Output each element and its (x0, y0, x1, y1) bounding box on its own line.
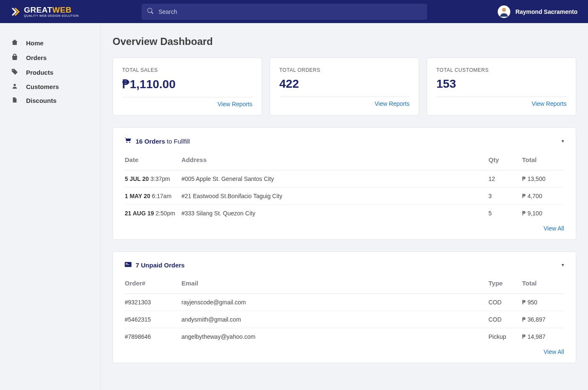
svg-rect-5 (126, 263, 128, 264)
orders-count: 16 Orders (136, 138, 165, 145)
sidebar-item-label: Discounts (26, 97, 57, 104)
cell-email: andysmith@gmail.com (181, 311, 488, 328)
svg-point-0 (502, 8, 506, 11)
cell-total: ₱ 36,897 (522, 311, 564, 328)
bag-icon (11, 54, 18, 62)
page-title: Overview Dashboard (113, 36, 576, 47)
orders-to-fulfill-panel: 16 Orders to Fullfill ▾ Date Address Qty… (113, 127, 576, 240)
svg-point-2 (126, 142, 128, 143)
sidebar-item-orders[interactable]: Orders (0, 50, 100, 65)
card-total-sales: TOTAL SALES ₱1,110.00 View Reports (113, 58, 262, 115)
brand-name-2: WEB (52, 5, 72, 14)
cell-total: ₱ 14,987 (522, 328, 564, 346)
cell-order: #5462315 (125, 311, 181, 328)
th-qty: Qty (488, 153, 522, 170)
unpaid-orders-panel: 7 Unpaid Orders ▾ Order# Email Type Tota… (113, 251, 576, 363)
money-check-icon (125, 261, 131, 269)
card-view-reports-link[interactable]: View Reports (279, 100, 410, 107)
svg-rect-6 (126, 264, 129, 265)
table-row[interactable]: 1 MAY 20 6:17am #21 Eastwood St.Bonifaci… (125, 188, 564, 205)
home-icon (11, 39, 18, 47)
cell-email: angelbytheway@yahoo.com (181, 328, 488, 346)
topbar: GREATWEB QUALITY WEB DESIGN SOLUTION Ray… (0, 0, 588, 23)
cart-icon (125, 137, 131, 145)
cell-date-time: 3:37pm (149, 175, 170, 182)
chevron-down-icon[interactable]: ▾ (562, 138, 564, 144)
cell-address: #21 Eastwood St.Bonifacio Taguig City (181, 188, 488, 205)
card-total-orders: TOTAL ORDERS 422 View Reports (270, 58, 419, 115)
orders-table: Date Address Qty Total 5 JUL 20 3:37pm #… (125, 153, 564, 222)
svg-point-3 (129, 142, 131, 143)
cell-total: ₱ 9,100 (522, 205, 564, 222)
cell-total: ₱ 4,700 (522, 188, 564, 205)
cell-date-time: 6:17am (150, 193, 172, 199)
card-value: 153 (436, 77, 567, 91)
card-view-reports-link[interactable]: View Reports (436, 100, 567, 107)
brand-tagline: QUALITY WEB DESIGN SOLUTION (24, 14, 79, 17)
cell-order: #9321303 (125, 294, 181, 311)
sidebar-item-label: Orders (26, 54, 47, 61)
tag-icon (11, 68, 18, 76)
card-value: 422 (279, 77, 410, 91)
sidebar-item-label: Home (26, 39, 44, 47)
chevron-down-icon[interactable]: ▾ (562, 262, 564, 268)
cell-email: rayjenscode@gmail.com (181, 294, 488, 311)
svg-point-1 (13, 84, 16, 86)
search-input[interactable] (153, 8, 421, 15)
search-input-wrapper[interactable] (142, 4, 427, 20)
sidebar: Home Orders Products Customers Discounts (0, 23, 101, 390)
view-all-link[interactable]: View All (125, 225, 564, 232)
sidebar-item-products[interactable]: Products (0, 65, 100, 80)
card-value: ₱1,110.00 (122, 77, 252, 91)
sidebar-item-discounts[interactable]: Discounts (0, 94, 100, 107)
unpaid-title: 7 Unpaid Orders (136, 262, 185, 269)
sidebar-item-label: Products (26, 69, 53, 76)
sidebar-item-label: Customers (26, 83, 59, 90)
card-total-customers: TOTAL CUSTOMERS 153 View Reports (427, 58, 576, 115)
th-email: Email (181, 276, 488, 294)
card-view-reports-link[interactable]: View Reports (122, 101, 252, 107)
cell-type: Pickup (488, 328, 522, 346)
table-row[interactable]: 21 AUG 19 2:50pm #333 Silang St. Quezon … (125, 205, 564, 222)
brand-text: GREATWEB QUALITY WEB DESIGN SOLUTION (24, 6, 79, 17)
card-label: TOTAL SALES (122, 67, 252, 73)
sidebar-item-home[interactable]: Home (0, 36, 100, 50)
cell-qty: 12 (488, 170, 522, 188)
search-icon (147, 8, 153, 16)
user-icon (11, 83, 18, 90)
cell-type: COD (488, 311, 522, 328)
brand-logo[interactable]: GREATWEB QUALITY WEB DESIGN SOLUTION (10, 6, 79, 17)
th-type: Type (488, 276, 522, 294)
user-menu[interactable]: Raymond Sacramento (498, 5, 578, 18)
unpaid-table: Order# Email Type Total #9321303 rayjens… (125, 276, 564, 345)
cell-address: #333 Silang St. Quezon City (181, 205, 488, 222)
orders-suffix: to Fullfill (167, 138, 190, 145)
cell-total: ₱ 950 (522, 294, 564, 311)
table-row[interactable]: 5 JUL 20 3:37pm #005 Apple St. General S… (125, 170, 564, 188)
cell-date-bold: 21 AUG 19 (125, 210, 154, 217)
th-date: Date (125, 153, 181, 170)
cell-qty: 3 (488, 188, 522, 205)
chevron-logo-icon (10, 6, 21, 17)
cell-qty: 5 (488, 205, 522, 222)
table-row[interactable]: #9321303 rayjenscode@gmail.com COD ₱ 950 (125, 294, 564, 311)
th-order: Order# (125, 276, 181, 294)
cell-address: #005 Apple St. General Santos City (181, 170, 488, 188)
brand-name-1: GREAT (24, 5, 52, 14)
file-icon (11, 97, 18, 104)
cell-order: #7898646 (125, 328, 181, 346)
cell-date-bold: 5 JUL 20 (125, 175, 149, 182)
th-total: Total (522, 276, 564, 294)
view-all-link[interactable]: View All (125, 348, 564, 355)
table-row[interactable]: #7898646 angelbytheway@yahoo.com Pickup … (125, 328, 564, 346)
cell-type: COD (488, 294, 522, 311)
stat-cards: TOTAL SALES ₱1,110.00 View Reports TOTAL… (113, 58, 576, 115)
th-total: Total (522, 153, 564, 170)
table-row[interactable]: #5462315 andysmith@gmail.com COD ₱ 36,89… (125, 311, 564, 328)
th-address: Address (181, 153, 488, 170)
sidebar-item-customers[interactable]: Customers (0, 80, 100, 94)
card-label: TOTAL ORDERS (279, 67, 410, 73)
cell-date-bold: 1 MAY 20 (125, 193, 150, 199)
card-label: TOTAL CUSTOMERS (436, 67, 567, 73)
cell-date-time: 2:50pm (154, 210, 176, 217)
